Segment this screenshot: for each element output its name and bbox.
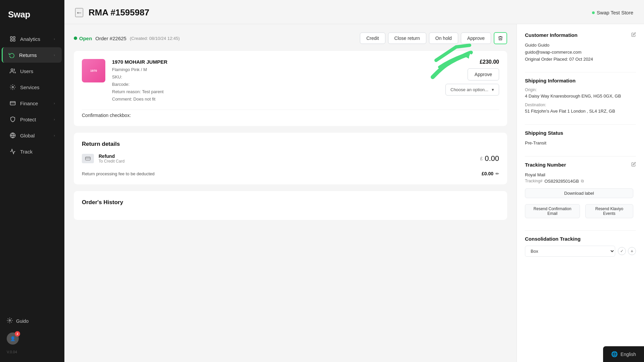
customer-info-label: Customer Information xyxy=(525,32,578,38)
status-left: Open Order #22625 (Created: 08/10/24 12:… xyxy=(74,36,180,41)
orders-history-title: Order's History xyxy=(82,199,499,206)
chevron-down-icon: › xyxy=(54,133,55,137)
consolidation-title: Consolidation Tracking xyxy=(525,236,636,242)
sidebar-item-finance-label: Finance xyxy=(20,101,38,106)
product-meta: Flamingo Pink / M SKU: Barcode: Return r… xyxy=(112,66,439,103)
edit-tracking-icon[interactable] xyxy=(631,162,636,168)
chart-icon xyxy=(9,36,16,42)
fee-amount: £0.00 ✏ xyxy=(482,171,499,176)
order-placed-value: 07 Oct 2024 xyxy=(569,57,593,62)
product-details: 1970 MOHAIR JUMPER Flamingo Pink / M SKU… xyxy=(112,59,439,103)
main-content: ← RMA #1595987 Swap Test Store Open Orde… xyxy=(64,0,644,362)
sidebar-item-protect-label: Protect xyxy=(20,117,36,122)
sidebar-item-track-label: Track xyxy=(20,149,33,155)
destination-value: 51 Fitzjohn's Ave Flat 1 London , SL4 1R… xyxy=(525,108,636,115)
copy-tracking-icon[interactable]: ⧉ xyxy=(581,179,584,183)
sidebar: Swap Analytics › Returns › Users xyxy=(0,0,64,362)
svg-rect-2 xyxy=(10,40,12,41)
options-dropdown[interactable]: Choose an option... ▾ xyxy=(445,84,499,96)
svg-rect-6 xyxy=(10,102,15,105)
svg-rect-3 xyxy=(13,40,15,41)
consolidation-label: Consolidation Tracking xyxy=(525,236,581,242)
edit-customer-icon[interactable] xyxy=(631,32,636,38)
divider xyxy=(525,72,636,72)
shipping-info-label: Shipping Information xyxy=(525,78,576,83)
tracking-row: Tracking# OS829285014GB ⧉ xyxy=(525,179,636,184)
tracking-section: Tracking Number Royal Mail Tracking# OS8… xyxy=(525,162,636,221)
open-label: Open xyxy=(79,36,92,41)
svg-point-5 xyxy=(12,86,14,88)
resend-klaviyo-button[interactable]: Resend Klaviyo Events xyxy=(585,204,633,218)
chevron-down-icon: › xyxy=(54,37,55,41)
product-image: 1970 xyxy=(82,59,105,82)
consolidation-confirm-icon[interactable]: ✓ xyxy=(618,247,626,255)
approve-button[interactable]: Approve xyxy=(461,33,491,44)
credit-button[interactable]: Credit xyxy=(360,33,385,44)
store-indicator: Swap Test Store xyxy=(592,10,633,15)
sidebar-item-track[interactable]: Track xyxy=(3,144,62,159)
consolidation-add-icon[interactable]: + xyxy=(628,247,636,255)
left-panel: Open Order #22625 (Created: 08/10/24 12:… xyxy=(64,24,517,362)
footer-bar: 🌐 English xyxy=(603,346,644,362)
track-icon xyxy=(9,148,16,155)
return-reason-value: Test parent xyxy=(142,89,163,94)
finance-icon xyxy=(9,100,16,107)
refund-value: 0.00 xyxy=(485,154,499,163)
user-menu[interactable]: Guido xyxy=(4,315,60,327)
sidebar-nav: Analytics › Returns › Users Services xyxy=(0,28,64,309)
created-date: (Created: 08/10/24 12:45) xyxy=(130,36,180,41)
shipping-info-title: Shipping Information xyxy=(525,78,636,83)
shipping-status-title: Shipping Status xyxy=(525,130,636,136)
shipping-status-section: Shipping Status Pre-Transit xyxy=(525,130,636,147)
sidebar-item-analytics[interactable]: Analytics › xyxy=(3,31,62,47)
sidebar-item-finance[interactable]: Finance › xyxy=(3,96,62,111)
consolidation-section: Consolidation Tracking Box ✓ + xyxy=(525,236,636,257)
product-price-col: £230.00 Approve Choose an option... ▾ xyxy=(445,59,499,96)
divider xyxy=(525,124,636,125)
status-actions: Credit Close return On hold Approve xyxy=(360,32,507,44)
return-details-title: Return details xyxy=(82,141,499,147)
box-select[interactable]: Box xyxy=(525,246,615,257)
guido-label: Guido xyxy=(16,318,29,324)
delete-button[interactable] xyxy=(494,32,507,44)
carrier-name: Royal Mail xyxy=(525,172,636,179)
sidebar-item-returns-label: Returns xyxy=(19,52,37,58)
sidebar-item-global[interactable]: Global › xyxy=(3,128,62,143)
protect-icon xyxy=(9,116,16,123)
origin-label: Origin: xyxy=(525,87,636,92)
origin-value: 4 Daisy Way Knaresborough ENG, HG5 0GX, … xyxy=(525,93,636,100)
chevron-down-icon: ▾ xyxy=(492,87,494,92)
download-label-button[interactable]: Download label xyxy=(525,188,633,198)
comment-value: Does not fit xyxy=(133,97,156,102)
svg-point-10 xyxy=(9,320,11,321)
item-approve-button[interactable]: Approve xyxy=(468,68,499,80)
chevron-down-icon: › xyxy=(54,117,55,121)
chevron-down-icon: › xyxy=(54,53,55,57)
product-price: £230.00 xyxy=(480,59,499,65)
language-label: English xyxy=(621,352,636,357)
svg-rect-11 xyxy=(86,157,91,160)
close-return-button[interactable]: Close return xyxy=(388,33,426,44)
divider xyxy=(525,156,636,157)
sidebar-item-services[interactable]: Services xyxy=(3,79,62,95)
globe-icon: 🌐 xyxy=(611,351,618,357)
order-number: Order #22625 xyxy=(95,36,126,41)
confirmation-row: Confirmation checkbox: xyxy=(82,110,499,118)
sidebar-item-protect[interactable]: Protect › xyxy=(3,112,62,127)
currency-symbol: £ xyxy=(480,156,483,161)
open-dot xyxy=(74,37,77,40)
avatar[interactable]: 👤 2 xyxy=(7,333,19,345)
refund-icon xyxy=(82,154,94,163)
back-button[interactable]: ← xyxy=(75,8,83,17)
refund-amount: £ 0.00 xyxy=(480,154,499,163)
users-icon xyxy=(9,68,16,74)
edit-fee-icon[interactable]: ✏ xyxy=(495,171,499,176)
sidebar-item-returns[interactable]: Returns › xyxy=(2,47,62,63)
options-placeholder: Choose an option... xyxy=(450,87,488,92)
on-hold-button[interactable]: On hold xyxy=(429,33,458,44)
resend-confirmation-button[interactable]: Resend Confirmation Email xyxy=(525,204,580,218)
sidebar-item-users[interactable]: Users xyxy=(3,63,62,79)
refund-row: Refund To Credit Card £ 0.00 xyxy=(82,154,499,164)
divider xyxy=(525,230,636,231)
sku-label: SKU: xyxy=(112,74,122,79)
